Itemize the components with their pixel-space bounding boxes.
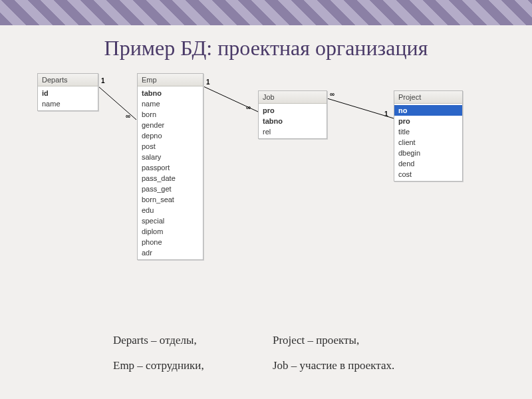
table-job: Job pro tabno rel <box>258 90 327 139</box>
legend-project: Project – проекты, <box>273 334 446 347</box>
cardinality-one: 1 <box>101 77 105 84</box>
cardinality-one: 1 <box>206 78 210 86</box>
field: edu <box>138 205 203 215</box>
field: pass_date <box>138 173 203 184</box>
field: diplom <box>138 226 203 237</box>
table-header-project: Project <box>394 91 462 104</box>
field: born_seat <box>138 194 203 205</box>
field: dbegin <box>394 148 462 158</box>
field: adr <box>138 247 203 258</box>
svg-line-0 <box>98 86 136 120</box>
table-header-departs: Departs <box>38 74 98 86</box>
field: post <box>138 141 203 152</box>
table-fields-job: pro tabno rel <box>259 104 327 138</box>
table-header-emp: Emp <box>138 74 203 86</box>
er-diagram: Departs id name Emp tabno name born gend… <box>0 72 532 285</box>
field: gender <box>138 120 203 130</box>
page-title: Пример БД: проектная организация <box>0 36 532 61</box>
field: rel <box>259 126 327 137</box>
field: tabno <box>138 88 203 98</box>
table-fields-emp: tabno name born gender depno post salary… <box>138 86 203 259</box>
field: pro <box>259 105 327 116</box>
field: title <box>394 126 462 137</box>
field: dend <box>394 158 462 169</box>
field: client <box>394 137 462 148</box>
legend-emp: Emp – сотрудники, <box>113 359 273 372</box>
field: phone <box>138 237 203 247</box>
field: special <box>138 215 203 226</box>
field: cost <box>394 169 462 180</box>
decorative-top-border <box>0 0 532 25</box>
legend: Departs – отделы, Project – проекты, Emp… <box>113 334 446 372</box>
legend-job: Job – участие в проектах. <box>273 359 446 372</box>
cardinality-many: ∞ <box>126 112 130 120</box>
table-emp: Emp tabno name born gender depno post sa… <box>137 73 203 260</box>
field-selected: no <box>394 105 462 116</box>
field: name <box>138 98 203 109</box>
table-header-job: Job <box>259 91 327 104</box>
table-fields-departs: id name <box>38 86 98 110</box>
cardinality-one: 1 <box>384 110 388 118</box>
legend-departs: Departs – отделы, <box>113 334 273 347</box>
field: pass_get <box>138 184 203 194</box>
field: born <box>138 109 203 120</box>
field: depno <box>138 130 203 141</box>
field: id <box>38 88 98 98</box>
field: salary <box>138 152 203 162</box>
table-departs: Departs id name <box>37 73 98 111</box>
table-project: Project no pro title client dbegin dend … <box>394 90 463 182</box>
field: pro <box>394 116 462 126</box>
table-fields-project: no pro title client dbegin dend cost <box>394 104 462 181</box>
field: tabno <box>259 116 327 126</box>
cardinality-many: ∞ <box>246 104 251 111</box>
field: passport <box>138 162 203 173</box>
cardinality-many: ∞ <box>330 90 334 98</box>
field: name <box>38 98 98 109</box>
svg-line-2 <box>327 98 394 118</box>
